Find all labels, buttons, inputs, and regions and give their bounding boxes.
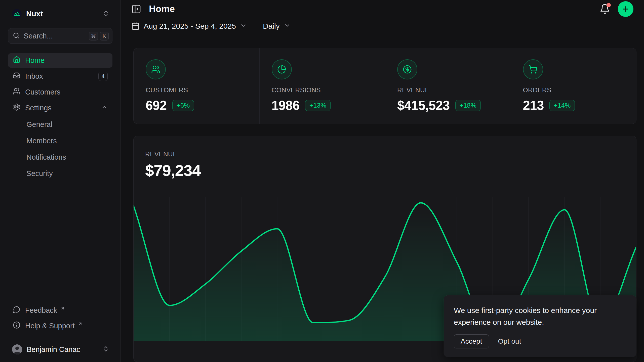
stat-value: 213 bbox=[523, 98, 544, 113]
sidebar-footer: Feedback Help & Support bbox=[8, 303, 112, 333]
pie-chart-icon bbox=[272, 59, 292, 79]
stat-value: 1986 bbox=[272, 98, 300, 113]
stat-conversions: CONVERSIONS 1986 +13% bbox=[259, 48, 385, 124]
arrow-up-right-icon bbox=[60, 304, 65, 312]
chevron-up-icon bbox=[101, 104, 108, 112]
cookie-banner: We use first-party cookies to enhance yo… bbox=[444, 295, 636, 357]
app-root: Nuxt Search... ⌘ K Home bbox=[0, 0, 644, 362]
notifications-button[interactable] bbox=[599, 4, 610, 14]
revenue-chart-label: REVENUE bbox=[145, 150, 625, 158]
inbox-unread-badge: 4 bbox=[98, 72, 108, 81]
chevron-down-icon bbox=[284, 22, 291, 30]
stat-orders: ORDERS 213 +14% bbox=[511, 48, 636, 124]
sidebar-item-label: Home bbox=[25, 56, 45, 65]
chevron-down-icon bbox=[240, 22, 247, 30]
help-support-label: Help & Support bbox=[25, 322, 75, 330]
panel-left-close-icon[interactable] bbox=[131, 4, 141, 14]
cookie-message: We use first-party cookies to enhance yo… bbox=[454, 304, 626, 328]
filters-toolbar: Aug 21, 2025 - Sep 4, 2025 Daily bbox=[121, 18, 644, 34]
sidebar-item-members[interactable]: Members bbox=[18, 133, 112, 148]
stat-revenue: REVENUE $415,523 +18% bbox=[385, 48, 511, 124]
stat-value: $415,523 bbox=[397, 98, 450, 113]
date-range-picker[interactable]: Aug 21, 2025 - Sep 4, 2025 bbox=[131, 22, 247, 30]
inbox-icon bbox=[13, 72, 20, 81]
users-icon bbox=[146, 59, 166, 79]
stat-label: ORDERS bbox=[523, 86, 624, 94]
stat-delta-badge: +6% bbox=[172, 100, 194, 111]
stats-summary-card: CUSTOMERS 692 +6% CONVERSIONS 1986 +13% bbox=[133, 48, 636, 124]
stat-label: REVENUE bbox=[397, 86, 499, 94]
sidebar-item-inbox[interactable]: Inbox 4 bbox=[8, 69, 112, 83]
stat-delta-badge: +13% bbox=[305, 100, 331, 111]
search-icon bbox=[13, 32, 20, 40]
date-range-value: Aug 21, 2025 - Sep 4, 2025 bbox=[144, 22, 236, 30]
sidebar-item-security[interactable]: Security bbox=[18, 166, 112, 181]
message-circle-icon bbox=[13, 306, 20, 315]
period-value: Daily bbox=[263, 22, 280, 30]
avatar bbox=[12, 344, 22, 354]
team-name: Nuxt bbox=[26, 10, 43, 18]
period-select[interactable]: Daily bbox=[263, 22, 291, 30]
sidebar-item-label: Inbox bbox=[25, 72, 43, 80]
chevrons-up-down-icon bbox=[102, 345, 109, 353]
sidebar-item-label: Settings bbox=[25, 104, 52, 112]
gear-icon bbox=[13, 103, 20, 113]
user-section: Benjamin Canac bbox=[0, 338, 120, 362]
chevrons-up-down-icon bbox=[102, 10, 109, 18]
sidebar-item-home[interactable]: Home bbox=[8, 53, 112, 68]
arrow-up-right-icon bbox=[78, 320, 83, 328]
revenue-chart-value: $79,234 bbox=[145, 161, 625, 179]
sidebar-item-general[interactable]: General bbox=[18, 117, 112, 132]
sidebar-nav: Home Inbox 4 Customers Settings bbox=[8, 53, 112, 181]
plus-icon bbox=[622, 5, 630, 13]
sidebar-item-notifications[interactable]: Notifications bbox=[18, 150, 112, 164]
help-support-link[interactable]: Help & Support bbox=[8, 319, 112, 333]
stat-value: 692 bbox=[146, 98, 167, 113]
stat-delta-badge: +18% bbox=[455, 100, 481, 111]
cart-icon bbox=[523, 59, 543, 79]
sidebar-item-settings[interactable]: Settings bbox=[8, 101, 112, 115]
users-icon bbox=[13, 87, 20, 97]
calendar-icon bbox=[131, 22, 140, 30]
add-button[interactable] bbox=[618, 1, 633, 17]
feedback-label: Feedback bbox=[25, 306, 57, 314]
home-icon bbox=[13, 56, 20, 65]
settings-submenu: General Members Notifications Security bbox=[18, 117, 112, 181]
user-name: Benjamin Canac bbox=[27, 345, 80, 354]
info-circle-icon bbox=[13, 321, 20, 331]
nuxt-logo-icon bbox=[12, 9, 22, 19]
kbd-k: K bbox=[100, 32, 109, 40]
stat-label: CUSTOMERS bbox=[146, 86, 247, 94]
opt-out-button[interactable]: Opt out bbox=[498, 337, 521, 345]
stat-customers: CUSTOMERS 692 +6% bbox=[134, 48, 259, 124]
page-title: Home bbox=[149, 4, 175, 14]
kbd-cmd: ⌘ bbox=[89, 32, 98, 40]
search-placeholder: Search... bbox=[24, 32, 85, 40]
stat-delta-badge: +14% bbox=[549, 100, 575, 111]
team-switcher[interactable]: Nuxt bbox=[8, 7, 112, 21]
feedback-link[interactable]: Feedback bbox=[8, 303, 112, 317]
user-menu[interactable]: Benjamin Canac bbox=[8, 342, 112, 357]
stat-label: CONVERSIONS bbox=[272, 86, 373, 94]
accept-button[interactable]: Accept bbox=[454, 334, 489, 348]
circle-dollar-icon bbox=[397, 59, 417, 79]
sidebar-item-label: Customers bbox=[25, 88, 60, 96]
search-input[interactable]: Search... ⌘ K bbox=[8, 28, 112, 44]
sidebar: Nuxt Search... ⌘ K Home bbox=[0, 0, 121, 362]
page-header: Home bbox=[121, 0, 644, 18]
sidebar-item-customers[interactable]: Customers bbox=[8, 85, 112, 99]
